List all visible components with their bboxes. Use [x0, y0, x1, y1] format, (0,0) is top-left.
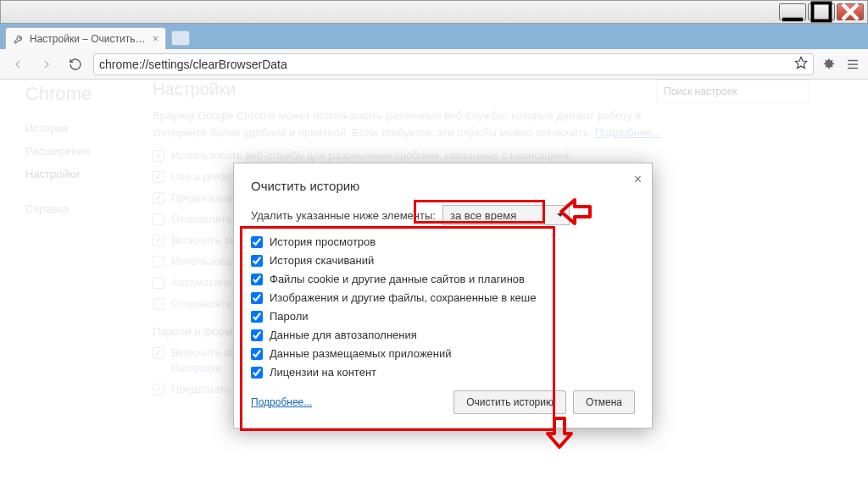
clear-button[interactable]: Очистить историю	[453, 390, 566, 414]
checkbox[interactable]	[251, 292, 263, 304]
checkbox[interactable]	[251, 274, 263, 285]
clear-checklist: История просмотров История скачиваний Фа…	[251, 235, 635, 379]
dialog-close-button[interactable]: ×	[634, 172, 642, 187]
checkbox[interactable]	[251, 367, 263, 379]
checkbox[interactable]	[251, 311, 263, 323]
bookmark-star-icon[interactable]	[794, 56, 808, 72]
new-tab-button[interactable]	[171, 30, 190, 46]
forward-button[interactable]	[36, 53, 58, 75]
checkbox[interactable]	[251, 348, 263, 360]
browser-tab[interactable]: Настройки – Очистить ис ×	[5, 27, 166, 49]
reload-button[interactable]	[64, 53, 86, 75]
check-row: Лицензии на контент	[251, 366, 635, 379]
dropdown-value: за все время	[450, 209, 516, 222]
dialog-title: Очистить историю	[251, 179, 635, 193]
check-row: История скачиваний	[251, 254, 635, 267]
svg-marker-4	[795, 57, 806, 68]
browser-toolbar: chrome://settings/clearBrowserData	[0, 49, 868, 80]
address-bar[interactable]: chrome://settings/clearBrowserData	[93, 53, 814, 75]
back-button[interactable]	[7, 53, 29, 75]
window-close-button[interactable]	[837, 3, 864, 20]
check-row: Файлы cookie и другие данные сайтов и пл…	[251, 273, 635, 285]
check-row: Данные для автозаполнения	[251, 329, 635, 341]
check-row: История просмотров	[251, 235, 635, 248]
dialog-prompt: Удалить указанные ниже элементы:	[251, 209, 436, 222]
cancel-button[interactable]: Отмена	[573, 390, 635, 414]
checkbox[interactable]	[251, 255, 263, 267]
url-text: chrome://settings/clearBrowserData	[99, 58, 287, 71]
tabstrip: Настройки – Очистить ис ×	[0, 24, 868, 49]
window-titlebar	[0, 0, 868, 24]
checkbox[interactable]	[251, 236, 263, 248]
tab-title: Настройки – Очистить ис	[30, 33, 147, 45]
checkbox[interactable]	[251, 329, 263, 341]
dialog-learn-more-link[interactable]: Подробнее...	[251, 396, 312, 408]
wrench-icon	[13, 33, 25, 45]
time-range-dropdown[interactable]: за все время	[442, 205, 570, 225]
check-row: Пароли	[251, 310, 635, 323]
check-row: Изображения и другие файлы, сохраненные …	[251, 291, 635, 304]
svg-rect-1	[813, 3, 831, 21]
window-maximize-button[interactable]	[808, 3, 835, 20]
window-minimize-button[interactable]	[779, 3, 806, 20]
tab-close-icon[interactable]: ×	[153, 33, 159, 45]
extension-icon[interactable]	[821, 56, 837, 73]
menu-icon[interactable]	[844, 56, 861, 73]
check-row: Данные размещаемых приложений	[251, 347, 635, 360]
clear-data-dialog: × Очистить историю Удалить указанные ниж…	[233, 163, 653, 428]
